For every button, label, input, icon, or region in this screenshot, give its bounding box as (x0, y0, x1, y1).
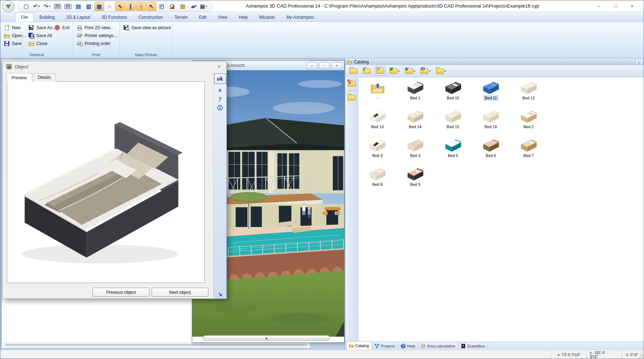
split-vertical-icon[interactable]: ▥▾ (84, 2, 94, 11)
close-button[interactable]: Close (28, 40, 48, 47)
previous-object-button[interactable]: Previous object (93, 288, 149, 297)
app-logo[interactable] (2, 0, 15, 12)
minimize-icon[interactable]: – (306, 62, 317, 69)
undo-icon[interactable]: ↶▾ (32, 2, 41, 11)
catalog-item[interactable]: Bed 1 (396, 79, 434, 108)
layers-icon[interactable]: ▣▾ (199, 2, 208, 11)
maximize-icon[interactable]: □ (607, 3, 624, 9)
catalog-item[interactable]: Bed 6 (472, 137, 510, 166)
catalog-item[interactable]: Bed 12 (510, 79, 548, 108)
catalog-textures-folder-button[interactable]: ▩▾ (388, 67, 401, 76)
snap-magnet-icon[interactable]: ∩▾ (105, 2, 114, 11)
toolbar-customize-icon[interactable]: ≡ (194, 3, 197, 8)
new-button[interactable]: New (4, 24, 21, 31)
catalog-item[interactable]: Bed 8 (359, 166, 396, 194)
catalog-item[interactable]: Bed 3 (359, 137, 396, 166)
tab-projects[interactable]: Projects (372, 342, 398, 350)
print-2d-view-button[interactable]: Print 2D view... (76, 24, 113, 31)
object-dialog-titlebar[interactable]: Object (3, 61, 226, 72)
horizontal-scrollbar[interactable] (4, 343, 308, 347)
view-2d-icon[interactable]: 2D▾ (53, 2, 62, 11)
exit-button[interactable]: Exit (54, 24, 69, 31)
catalog-3d-objects-folder-button[interactable]: ▲▾ (375, 67, 386, 76)
tab-catalog[interactable]: Catalog (346, 341, 372, 350)
select-add-icon[interactable]: ⇖▾ (115, 2, 125, 11)
printer-settings-button[interactable]: Printer settings... (76, 32, 117, 39)
grid-icon[interactable]: ▦▾ (94, 2, 104, 11)
horizontal-scrollbar[interactable]: ▲ (203, 335, 330, 341)
next-object-button[interactable]: Next object (152, 288, 208, 297)
printing-order-icon (76, 40, 83, 47)
transform-box-icon[interactable]: ◰▾ (157, 2, 167, 11)
ribbon-tab[interactable]: Terrain (168, 13, 193, 22)
catalog-panel: Catalog ◫ ↑▾ ▯▾ ▲▾ ▩▾ ◉▾ 2D▾ (345, 58, 644, 350)
ok-button[interactable]: ok (214, 73, 226, 84)
window-controls: – □ × (591, 0, 640, 12)
close-icon[interactable]: × (624, 3, 640, 9)
catalog-item[interactable]: Bed 13 (359, 108, 396, 137)
restore-icon[interactable]: ▫ (319, 62, 330, 69)
catalog-item[interactable]: Bed 11 (472, 79, 510, 108)
view-3d-icon[interactable]: 3D▾ (63, 2, 73, 11)
ribbon-tab[interactable]: View (212, 13, 233, 22)
minimize-icon[interactable]: – (591, 3, 607, 9)
ribbon-tab[interactable]: Building (33, 13, 60, 22)
catalog-internet-folder-button[interactable]: ◉▾ (404, 67, 416, 76)
wall-tool-icon[interactable]: ◪▾ (167, 2, 177, 11)
axis-cross-icon[interactable]: ┼▾ (136, 2, 146, 11)
catalog-item[interactable]: Bed 9 (396, 166, 434, 194)
catalog-2d-symbols-folder-button[interactable]: 2D▾ (419, 67, 432, 76)
parallel-lines-icon[interactable]: ∥▾ (126, 2, 135, 11)
resize-handle-icon[interactable]: ↘ (218, 291, 222, 297)
close-icon[interactable]: × (332, 62, 342, 69)
ribbon-tab[interactable]: 3D Functions (96, 13, 133, 22)
tab-preview[interactable]: Preview (6, 73, 32, 82)
catalog-item[interactable]: Bed 2 (510, 108, 548, 137)
printing-order-button[interactable]: Printing order (76, 40, 111, 47)
save-as-button[interactable]: Save As... (28, 24, 56, 31)
close-icon[interactable]: × (215, 63, 223, 70)
catalog-groups-folder-button[interactable]: ⌂▾ (434, 67, 447, 76)
resize-grip[interactable] (639, 354, 643, 358)
bed-thumbnail-icon (444, 109, 463, 125)
ribbon-tab[interactable]: 2D & Layout (60, 13, 96, 22)
ribbon-tab[interactable]: File (15, 13, 33, 22)
split-horizontal-icon[interactable]: ▤▾ (73, 2, 83, 11)
dropdown-arrow-icon: ▾ (445, 69, 446, 73)
bed-thumbnail-icon (444, 138, 463, 153)
save-view-as-picture-button[interactable]: Save view as picture (123, 24, 171, 31)
ribbon-tab[interactable]: My Ashampoo (280, 13, 319, 22)
pointer-icon[interactable]: ↖▾ (147, 2, 156, 11)
tab-details[interactable]: Details (33, 73, 56, 82)
bed-thumbnail-icon (368, 109, 387, 125)
sidebar-folder-button[interactable] (346, 93, 357, 102)
ribbon-tab[interactable]: Wizards (253, 13, 280, 22)
tab-help[interactable]: Help (398, 342, 419, 350)
ribbon-tab[interactable]: Construction (133, 13, 168, 22)
save-all-button[interactable]: Save All (28, 32, 52, 39)
info-button[interactable]: ⓘ (217, 105, 222, 111)
catalog-item[interactable]: Bed 4 (396, 137, 434, 166)
new-document-icon[interactable]: ▢▾ (21, 2, 31, 11)
catalog-menu-icon[interactable]: ◫ (635, 59, 643, 65)
fence-tool-icon[interactable]: ▨▾ (178, 2, 188, 11)
catalog-item[interactable]: Bed 10 (434, 79, 472, 108)
redo-icon[interactable]: ↷▾ (42, 2, 52, 11)
catalog-item[interactable]: Bed 7 (510, 137, 548, 166)
catalog-item[interactable]: Bed 16 (472, 108, 510, 137)
cancel-button[interactable]: x (219, 87, 221, 93)
sidebar-object-catalog-button[interactable]: ▚ (346, 79, 357, 88)
save-button[interactable]: Save (4, 40, 22, 47)
tab-quantities[interactable]: Quantities (459, 342, 488, 350)
catalog-item[interactable]: Bed 14 (396, 108, 434, 137)
help-button[interactable]: ? (219, 96, 221, 103)
catalog-item[interactable]: Bed 15 (434, 108, 472, 137)
ribbon-tab[interactable]: Edit (193, 13, 212, 22)
catalog-up-folder-button[interactable]: ↑▾ (348, 67, 359, 76)
catalog-item-up[interactable]: .. (359, 79, 396, 108)
ribbon-tab[interactable]: Help (233, 13, 253, 22)
tab-area-calculation[interactable]: Area calculation (418, 342, 458, 350)
catalog-item[interactable]: Bed 5 (434, 137, 472, 166)
catalog-windows-folder-button[interactable]: ▯▾ (361, 67, 372, 76)
open-button[interactable]: Open... (4, 32, 26, 39)
